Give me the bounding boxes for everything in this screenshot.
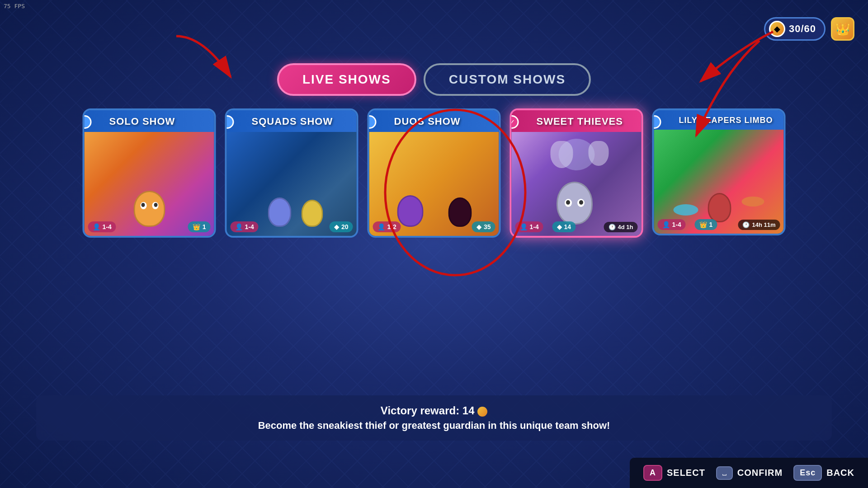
duos-players: 1-2 [387, 223, 396, 230]
lily-players: 1-4 [672, 221, 681, 228]
duos-coin-icon: ◆ [476, 223, 481, 230]
card-title-lily: LILY LEAPERS LIMBO [679, 116, 773, 125]
squads-reward: 20 [341, 223, 349, 230]
cards-container: SOLO SHOW 👤 1-4 👑 1 [83, 108, 786, 238]
card-image-duos: 👤 1-2 ◆ 35 [369, 132, 499, 236]
sweet-coin-icon: ◆ [557, 223, 562, 230]
info-reward: Victory reward: 14 [54, 404, 814, 417]
info-description: Become the sneakiest thief or greatest g… [54, 420, 814, 432]
card-duos[interactable]: DUOS SHOW 👤 1-2 ◆ 35 [368, 108, 501, 238]
squads-player-icon: 👤 [235, 223, 243, 230]
sweet-timer-icon: 🕐 [609, 224, 616, 230]
sweet-player-icon: 👤 [520, 223, 528, 230]
tab-custom-shows[interactable]: CUSTOM SHOWS [424, 63, 591, 96]
control-back: Esc BACK [793, 465, 854, 481]
crown-icon: 👑 [831, 17, 854, 41]
lily-timer: 14h 11m [752, 221, 775, 228]
lily-crown-icon: 👑 [699, 221, 707, 228]
nav-tabs: LIVE SHOWS CUSTOM SHOWS [277, 63, 591, 96]
key-a: A [643, 465, 662, 481]
label-confirm: CONFIRM [737, 468, 783, 478]
currency-amount: 30/60 [789, 23, 816, 35]
card-squads[interactable]: SQUADS SHOW 👤 1-4 ◆ 20 [225, 108, 359, 238]
solo-players: 1-4 [103, 223, 112, 230]
squads-players: 1-4 [245, 223, 254, 230]
control-select: A SELECT [643, 465, 705, 481]
control-confirm: ⎵ CONFIRM [716, 466, 783, 480]
fps-counter: 75 FPS [4, 3, 25, 9]
solo-reward: 1 [203, 223, 206, 230]
card-image-sweet: 👤 1-4 ◆ 14 🕐 4d 1h [512, 132, 642, 236]
card-title-squads: SQUADS SHOW [252, 116, 333, 127]
card-title-duos: DUOS SHOW [394, 116, 461, 127]
lily-reward: 1 [709, 221, 713, 228]
arrow-right [665, 23, 778, 90]
card-image-squads: 👤 1-4 ◆ 20 [227, 132, 357, 236]
card-header-sweet: SWEET THIEVES [512, 110, 642, 132]
tab-live-shows[interactable]: LIVE SHOWS [277, 63, 416, 96]
lily-player-icon: 👤 [662, 221, 670, 228]
duos-player-icon: 👤 [377, 223, 385, 230]
card-lily[interactable]: LILY LEAPERS LIMBO 👤 1-4 👑 1 🕐 14h 11m [652, 108, 786, 235]
sweet-reward: 14 [564, 223, 571, 230]
card-header-squads: SQUADS SHOW [227, 110, 357, 132]
card-image-lily: 👤 1-4 👑 1 🕐 14h 11m [654, 130, 784, 234]
card-header-lily: LILY LEAPERS LIMBO [654, 110, 784, 130]
card-solo[interactable]: SOLO SHOW 👤 1-4 👑 1 [83, 108, 216, 238]
label-back: BACK [826, 468, 854, 478]
control-bar: A SELECT ⎵ CONFIRM Esc BACK [630, 458, 868, 488]
key-esc: Esc [793, 465, 822, 481]
card-title-sweet: SWEET THIEVES [537, 116, 623, 127]
card-header-solo: SOLO SHOW [85, 110, 214, 132]
sweet-players: 1-4 [530, 223, 539, 230]
info-bar: Victory reward: 14 Become the sneakiest … [36, 395, 832, 441]
card-image-solo: 👤 1-4 👑 1 [85, 132, 214, 236]
label-select: SELECT [667, 468, 705, 478]
card-sweet-thieves[interactable]: ✓ SWEET THIEVES 👤 1-4 [510, 108, 643, 238]
solo-crown-icon: 👑 [193, 223, 200, 230]
sweet-timer: 4d 1h [618, 224, 633, 230]
solo-player-icon: 👤 [93, 223, 100, 230]
arrow-left [149, 27, 249, 86]
squads-coin-icon: ◆ [334, 223, 339, 230]
card-header-duos: DUOS SHOW [369, 110, 499, 132]
card-title-solo: SOLO SHOW [109, 116, 175, 127]
duos-reward: 35 [484, 223, 491, 230]
key-space: ⎵ [716, 466, 733, 480]
lily-timer-icon: 🕐 [742, 221, 750, 228]
